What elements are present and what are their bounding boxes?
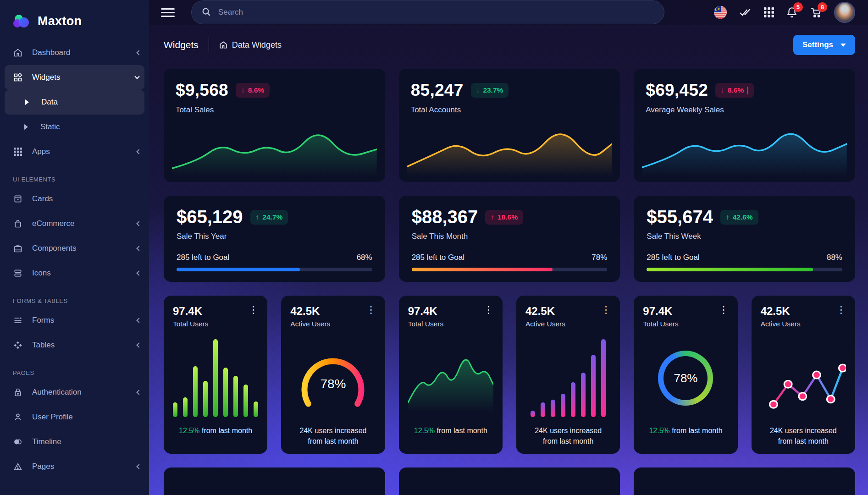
notification-count-badge: 5 [793,2,803,12]
chevron-left-icon [136,270,141,275]
average-weekly-sales-sparkline [642,118,847,176]
cart-icon[interactable]: 8 [810,6,822,18]
stat-label: Total Accounts [411,105,608,115]
sidebar: Maxton Dashboard Widgets Data Static App… [0,0,149,495]
language-flag-icon[interactable] [713,6,727,19]
apps-launcher-icon[interactable] [764,7,774,17]
chevron-left-icon [136,342,141,347]
sidebar-item-cards[interactable]: Cards [0,187,149,211]
progress-bar [177,268,372,271]
stat-label: Total Sales [176,105,373,115]
breadcrumb-divider [209,38,209,52]
topbar: 5 8 [149,0,868,25]
list-lines-icon [13,316,23,325]
mini-caption: 12.5% from last month [643,425,728,447]
stat-card-average-weekly-sales: $69,452 ↓8.6% Average Weekly Sales [634,69,855,182]
mini-label: Active Users [290,320,330,328]
goal-percent: 78% [592,253,607,262]
chevron-left-icon [136,246,141,251]
widgets-icon [13,73,23,82]
overlapping-circles-icon [13,437,23,446]
kebab-menu-icon[interactable]: ⋮ [366,305,376,328]
goal-value: $65,129 [177,207,243,227]
stat-card-total-sales: $9,568 ↓8.6% Total Sales [164,69,385,182]
sidebar-item-forms[interactable]: Forms [0,308,149,333]
apps-grid-icon [13,148,23,156]
chevron-left-icon [136,464,141,469]
partial-card [634,468,855,495]
sidebar-item-data[interactable]: Data [5,90,144,115]
sidebar-item-apps[interactable]: Apps [0,139,149,164]
progress-bar [412,268,608,271]
green-bar-chart [173,334,258,423]
stat-card-total-accounts: 85,247 ↓23.7% Total Accounts [399,69,620,182]
breadcrumb[interactable]: Data Widgets [219,40,282,50]
goal-card-sale-this-month: $88,367 ↑18.6% Sale This Month 285 left … [399,196,620,282]
sidebar-item-ecommerce[interactable]: eCommerce [0,211,149,236]
goal-percent: 88% [827,253,842,262]
sidebar-item-timeline[interactable]: Timeline [0,429,149,454]
kebab-menu-icon[interactable]: ⋮ [249,305,258,328]
sidebar-item-static[interactable]: Static [0,115,149,139]
mini-caption: 24K users increased from last month [290,425,376,447]
brand[interactable]: Maxton [0,10,149,40]
stacked-rows-icon [13,269,23,278]
sidebar-item-widgets[interactable]: Widgets [5,65,144,90]
mini-label: Total Users [643,320,679,328]
sidebar-section-forms-tables: FORMS & TABLES [13,297,149,304]
sidebar-section-pages: PAGES [13,369,149,376]
notifications-bell-icon[interactable]: 5 [786,6,798,18]
sidebar-item-dashboard[interactable]: Dashboard [0,40,149,65]
user-avatar[interactable] [834,2,855,23]
delta-badge: ↑24.7% [250,210,288,225]
delta-badge: ↓8.6% [715,83,754,98]
delta-badge: ↓8.6% [236,83,270,98]
mini-value: 97.4K [643,305,679,318]
mini-value: 42.5K [525,305,565,318]
home-icon [13,48,23,57]
kebab-menu-icon[interactable]: ⋮ [836,305,846,328]
sidebar-item-tables[interactable]: Tables [0,333,149,358]
hamburger-menu-icon[interactable] [161,6,175,19]
person-icon [13,412,23,422]
mini-label: Active Users [525,320,565,328]
stat-value: $9,568 [176,81,228,100]
double-check-icon[interactable] [739,7,752,18]
mini-caption: 12.5% from last month [173,425,258,447]
donut-chart: 78% [643,334,728,423]
sidebar-item-user-profile[interactable]: User Profile [0,405,149,429]
mini-caption: 24K users increased from last month [525,425,611,447]
goal-label: Sale This Year [177,232,372,241]
kebab-menu-icon[interactable]: ⋮ [601,305,611,328]
sidebar-item-components[interactable]: Components [0,236,149,261]
gauge-percent: 78% [296,377,370,391]
sidebar-item-pages[interactable]: Pages [0,454,149,479]
mini-card-total-users-bars: 97.4K Total Users ⋮ 12.5% from last mont… [164,296,267,454]
settings-button[interactable]: Settings [793,35,855,55]
sidebar-section-ui-elements: UI ELEMENTS [13,176,149,183]
sidebar-item-icons[interactable]: Icons [0,261,149,286]
kebab-menu-icon[interactable]: ⋮ [719,305,729,328]
cards-box-icon [13,194,23,204]
goal-value: $55,674 [647,207,713,227]
mini-caption: 24K users increased from last month [761,425,846,447]
app-window: Maxton Dashboard Widgets Data Static App… [0,0,868,495]
mini-card-active-users-gauge: 42.5K Active Users ⋮ 78% 24K users incre… [281,296,385,454]
goal-remaining-text: 285 left to Goal [647,253,699,262]
page-title: Widgets [164,39,199,50]
chevron-down-icon [134,74,139,79]
caret-right-icon [22,99,32,105]
dot-line-chart [761,334,846,423]
briefcase-icon [13,244,23,253]
lock-icon [13,388,23,397]
delta-badge: ↑18.6% [485,210,523,225]
warning-triangle-icon [13,462,23,471]
sidebar-item-authentication[interactable]: Authentication [0,380,149,405]
stat-value: $69,452 [646,81,708,100]
mini-label: Active Users [761,320,801,328]
search-input[interactable] [191,0,664,24]
total-sales-sparkline [172,118,377,176]
kebab-menu-icon[interactable]: ⋮ [484,305,493,328]
search-icon [201,7,211,17]
mini-caption: 12.5% from last month [408,425,493,447]
